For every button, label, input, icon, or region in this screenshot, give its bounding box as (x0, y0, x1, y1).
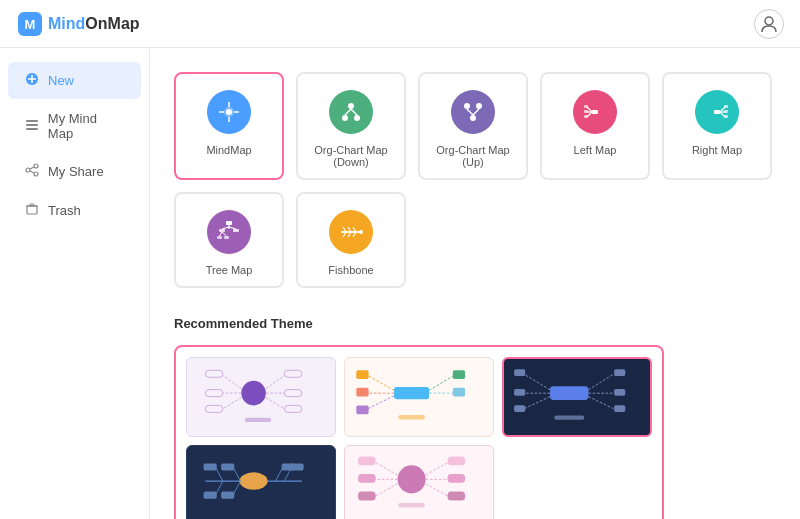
tree-map-icon (207, 210, 251, 254)
svg-rect-127 (448, 457, 466, 466)
svg-line-98 (589, 374, 614, 389)
svg-line-27 (351, 109, 357, 115)
svg-line-84 (368, 396, 394, 409)
map-card-org-chart-down[interactable]: Org-Chart Map (Down) (296, 72, 406, 180)
svg-rect-73 (284, 370, 302, 377)
logo: M MindOnMap (16, 10, 140, 38)
svg-line-26 (345, 109, 351, 115)
svg-line-92 (524, 374, 550, 389)
sidebar: New My Mind Map My Share Trash (0, 48, 150, 519)
svg-point-119 (398, 465, 426, 493)
svg-point-25 (354, 115, 360, 121)
svg-rect-85 (356, 405, 368, 414)
svg-rect-125 (358, 492, 376, 501)
svg-line-102 (589, 397, 614, 409)
svg-line-86 (429, 376, 454, 391)
svg-line-80 (368, 376, 394, 391)
sidebar-item-my-mind-map[interactable]: My Mind Map (8, 101, 141, 151)
theme-card-1[interactable] (186, 357, 336, 437)
svg-line-76 (266, 397, 284, 408)
map-card-mindmap[interactable]: MindMap (174, 72, 284, 180)
svg-rect-50 (233, 229, 239, 232)
theme-card-3[interactable] (502, 357, 652, 437)
svg-rect-49 (219, 229, 225, 232)
svg-rect-99 (614, 369, 625, 376)
svg-point-2 (765, 17, 773, 25)
svg-rect-69 (205, 390, 223, 397)
theme-2-diagram (345, 358, 478, 428)
theme-card-2[interactable] (344, 357, 494, 437)
svg-rect-79 (394, 387, 429, 399)
map-card-tree-map[interactable]: Tree Map (174, 192, 284, 288)
svg-rect-87 (453, 370, 465, 379)
svg-point-23 (348, 103, 354, 109)
svg-text:M: M (25, 17, 36, 32)
user-avatar[interactable] (754, 9, 784, 39)
fishbone-icon (329, 210, 373, 254)
map-card-right-map[interactable]: Right Map (662, 72, 772, 180)
svg-rect-121 (358, 457, 376, 466)
svg-rect-14 (27, 206, 37, 214)
plus-icon (24, 72, 40, 89)
svg-rect-112 (204, 492, 217, 499)
sidebar-my-mind-map-label: My Mind Map (48, 111, 125, 141)
map-card-org-chart-up[interactable]: Org-Chart Map (Up) (418, 72, 528, 180)
mindmap-icon (207, 90, 251, 134)
svg-line-70 (223, 397, 241, 408)
svg-line-32 (473, 109, 479, 115)
svg-line-96 (524, 397, 550, 409)
map-card-left-map[interactable]: Left Map (540, 72, 650, 180)
svg-line-126 (426, 462, 450, 475)
sidebar-item-my-share[interactable]: My Share (8, 153, 141, 190)
sidebar-item-trash[interactable]: Trash (8, 192, 141, 229)
trash-icon (24, 202, 40, 219)
svg-rect-47 (226, 221, 232, 225)
left-map-icon (573, 90, 617, 134)
svg-point-18 (226, 109, 232, 115)
theme-card-4[interactable] (186, 445, 336, 519)
share-icon (24, 163, 40, 180)
theme-1-diagram (187, 358, 320, 428)
map-card-fishbone[interactable]: Fishbone (296, 192, 406, 288)
theme-card-5[interactable] (344, 445, 494, 519)
svg-rect-93 (514, 369, 525, 376)
svg-line-115 (276, 468, 283, 481)
svg-line-51 (222, 227, 229, 229)
right-map-icon (695, 90, 739, 134)
svg-line-12 (30, 167, 34, 169)
sidebar-my-share-label: My Share (48, 164, 104, 179)
svg-line-55 (220, 232, 223, 236)
org-chart-down-icon (329, 90, 373, 134)
svg-point-10 (26, 168, 30, 172)
svg-rect-91 (550, 386, 588, 400)
svg-rect-132 (398, 503, 424, 507)
svg-line-72 (266, 376, 284, 389)
svg-rect-38 (584, 110, 588, 113)
header: M MindOnMap (0, 0, 800, 48)
recommended-theme-title: Recommended Theme (174, 316, 776, 331)
svg-rect-53 (217, 236, 222, 239)
theme-grid (174, 345, 664, 519)
svg-rect-131 (448, 492, 466, 501)
main-content: MindMap Org-Chart Map (Down) Org-Chart M… (150, 48, 800, 519)
svg-rect-90 (398, 415, 424, 419)
svg-line-13 (30, 171, 34, 173)
svg-rect-39 (584, 115, 588, 118)
sidebar-item-new[interactable]: New (8, 62, 141, 99)
svg-line-66 (223, 376, 241, 389)
svg-line-120 (374, 462, 398, 475)
svg-line-113 (233, 481, 240, 494)
org-chart-down-label: Org-Chart Map (Down) (306, 144, 396, 168)
svg-rect-54 (224, 236, 229, 239)
svg-line-31 (467, 109, 473, 115)
sidebar-trash-label: Trash (48, 203, 81, 218)
svg-rect-33 (592, 110, 598, 114)
svg-rect-8 (26, 128, 38, 130)
svg-point-9 (34, 164, 38, 168)
svg-rect-75 (284, 390, 302, 397)
logo-icon: M (16, 10, 44, 38)
svg-line-124 (374, 484, 398, 497)
svg-line-52 (229, 227, 236, 229)
map-type-grid: MindMap Org-Chart Map (Down) Org-Chart M… (174, 72, 776, 288)
svg-rect-45 (724, 110, 728, 113)
